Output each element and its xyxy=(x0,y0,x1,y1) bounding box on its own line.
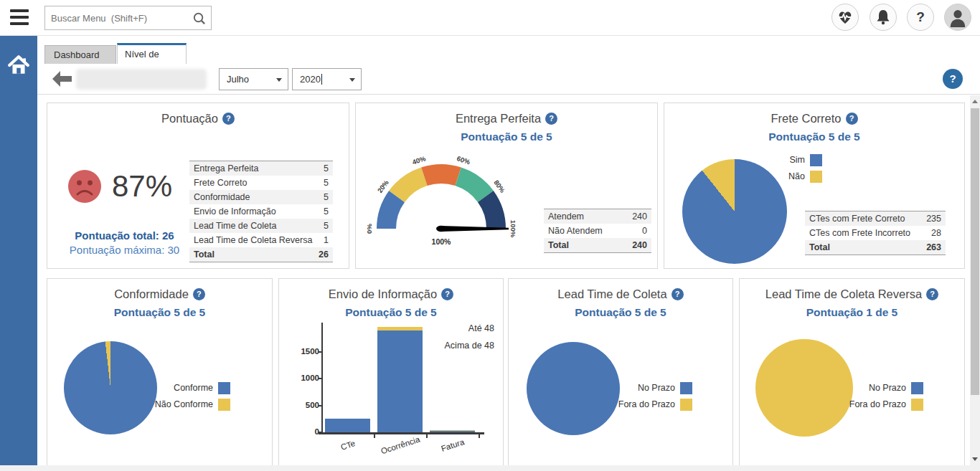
row-value: 5 xyxy=(324,176,329,190)
table-row: Total263 xyxy=(805,240,946,254)
row-value: 5 xyxy=(324,161,329,176)
row-value: 28 xyxy=(931,226,941,240)
month-value: Julho xyxy=(227,74,249,85)
legend-item: Sim xyxy=(742,153,822,166)
table-row: Envio de Informação5 xyxy=(189,204,333,219)
y-tick-mark xyxy=(318,432,321,433)
row-value: 5 xyxy=(324,204,329,219)
table-row: CTes com Frete Correto235 xyxy=(805,211,946,226)
legend-label: Sim xyxy=(789,155,805,165)
scrollbar-thumb[interactable] xyxy=(971,108,979,395)
bell-icon xyxy=(874,8,892,27)
legend-swatch xyxy=(680,382,692,394)
y-tick-label: 1000 xyxy=(301,374,319,382)
table-row: Lead Time de Coleta5 xyxy=(189,219,333,233)
gauge-chart: 0%20%40%60%80%100%100% xyxy=(360,146,529,258)
y-tick-mark xyxy=(318,351,321,353)
toolbar: Julho 2020 ? xyxy=(37,64,980,95)
score-total-label: Pontuação total: 26 xyxy=(47,229,202,242)
legend-item: Conforme xyxy=(143,381,230,394)
card-subtitle: Pontuação 5 de 5 xyxy=(279,306,503,319)
tab-nivel-de-servico[interactable]: Nível de Servix xyxy=(117,43,187,65)
row-label: Total xyxy=(548,238,569,252)
top-header: ? xyxy=(0,0,980,36)
legend-label: Conforme xyxy=(174,383,213,393)
scroll-up-icon[interactable] xyxy=(972,100,978,103)
legend-swatch xyxy=(911,382,923,394)
card-title: Lead Time de Coleta? xyxy=(509,287,732,301)
score-max-label: Pontuação máxima: 30 xyxy=(47,244,202,256)
legend-label: No Prazo xyxy=(638,383,675,393)
back-arrow-icon[interactable] xyxy=(52,71,72,87)
legend-swatch xyxy=(680,399,692,411)
pie-chart xyxy=(527,342,620,435)
card-help-icon[interactable]: ? xyxy=(441,288,453,300)
svg-text:100%: 100% xyxy=(432,237,452,246)
row-value: 240 xyxy=(632,209,647,224)
card-envio-informacao: Envio de Informação? Pontuação 5 de 5 05… xyxy=(278,278,504,466)
month-select[interactable]: Julho xyxy=(219,68,288,90)
card-help-icon[interactable]: ? xyxy=(846,113,858,125)
hamburger-menu-icon[interactable] xyxy=(10,9,30,27)
table-row: Conformidade5 xyxy=(189,190,333,204)
card-subtitle: Pontuação 1 de 5 xyxy=(740,306,964,319)
score-summary: 87% xyxy=(67,169,172,204)
horizontal-scrollbar-track[interactable] xyxy=(0,465,980,471)
card-title: Envio de Informação? xyxy=(279,287,503,301)
health-status-button[interactable] xyxy=(831,4,859,31)
svg-text:0%: 0% xyxy=(365,224,373,234)
tab-dashboard[interactable]: Dashboard xyxy=(44,45,116,65)
legend-item: Não Conforme xyxy=(143,398,230,411)
pie-legend: SimNão xyxy=(742,153,822,186)
redacted-company-name xyxy=(76,69,207,90)
card-help-icon[interactable]: ? xyxy=(222,113,235,125)
y-tick-label: 1500 xyxy=(301,347,319,356)
scroll-down-icon[interactable] xyxy=(972,457,978,461)
help-button[interactable]: ? xyxy=(907,4,934,31)
card-help-icon[interactable]: ? xyxy=(545,113,557,125)
card-title: Entrega Perfeita? xyxy=(356,112,657,125)
legend-label: Não Conforme xyxy=(155,399,213,409)
frete-table: CTes com Frete Correto235CTes com Frete … xyxy=(805,211,946,255)
heartbeat-icon xyxy=(836,8,854,27)
home-icon[interactable] xyxy=(7,54,30,76)
menu-search xyxy=(44,6,212,30)
y-tick-label: 500 xyxy=(301,401,319,409)
legend-swatch xyxy=(810,171,822,183)
user-avatar-icon xyxy=(948,7,968,27)
bar-legend-item: Até 48 xyxy=(468,323,494,333)
y-tick-mark xyxy=(318,405,321,406)
row-value: 0 xyxy=(642,224,647,238)
vertical-scrollbar[interactable] xyxy=(970,95,980,465)
x-axis xyxy=(319,432,484,434)
notifications-button[interactable] xyxy=(870,4,897,31)
legend-item: No Prazo xyxy=(839,381,923,394)
table-row: Total26 xyxy=(189,247,333,262)
card-help-icon[interactable]: ? xyxy=(926,288,938,300)
page-help-button[interactable]: ? xyxy=(943,69,963,89)
search-input[interactable] xyxy=(51,6,187,29)
card-frete-correto: Frete Correto? Pontuação 5 de 5 SimNão C… xyxy=(664,103,965,269)
bar-segment xyxy=(325,419,370,433)
card-title: Frete Correto? xyxy=(664,112,964,125)
row-value: 1 xyxy=(324,233,329,247)
legend-swatch xyxy=(810,154,822,166)
table-row: CTes com Frete Incorreto28 xyxy=(805,226,946,240)
card-help-icon[interactable]: ? xyxy=(672,288,684,300)
bar-segment xyxy=(377,330,423,433)
card-help-icon[interactable]: ? xyxy=(193,288,205,300)
legend-label: Não xyxy=(788,171,805,181)
bar-segment xyxy=(430,430,475,431)
row-label: Total xyxy=(194,247,215,262)
year-combobox[interactable]: 2020 xyxy=(292,68,362,90)
legend-swatch xyxy=(218,399,230,411)
table-row: Frete Correto5 xyxy=(189,176,333,190)
score-table: Entrega Perfeita5Frete Correto5Conformid… xyxy=(189,161,333,262)
svg-text:40%: 40% xyxy=(411,154,427,166)
user-menu-button[interactable] xyxy=(944,4,971,31)
left-sidebar xyxy=(0,36,37,465)
row-label: Total xyxy=(809,240,830,254)
pie-legend: No PrazoFora do Prazo xyxy=(839,381,923,414)
bar-legend-item: Acima de 48 xyxy=(445,341,494,351)
x-category-label: Ocorrência xyxy=(372,432,429,458)
